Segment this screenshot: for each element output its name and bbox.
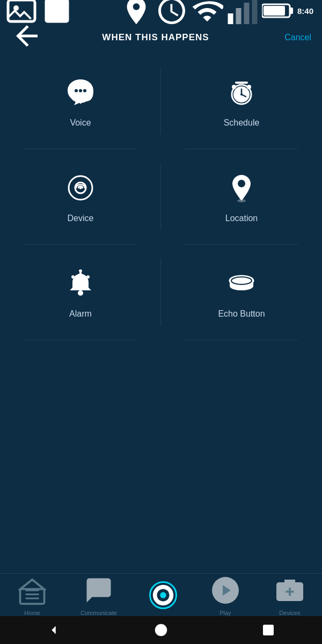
battery-icon: [262, 0, 294, 27]
device-icon: [63, 171, 98, 205]
svg-rect-36: [20, 589, 45, 604]
home-nav-icon: [16, 574, 48, 606]
wifi-icon: [191, 0, 223, 27]
svg-point-13: [83, 89, 86, 92]
voice-icon: [63, 75, 98, 109]
svg-rect-8: [290, 8, 293, 14]
home-circle-icon: [153, 614, 169, 644]
alarm-status-icon: [156, 0, 188, 27]
back-system-btn[interactable]: [46, 622, 62, 638]
svg-point-40: [160, 592, 166, 598]
grid-item-voice[interactable]: Voice: [0, 54, 161, 149]
svg-rect-3: [228, 13, 233, 24]
devices-nav-icon: [274, 574, 306, 606]
communicate-nav-icon: [83, 574, 115, 606]
svg-point-19: [240, 93, 243, 96]
play-nav-icon: [209, 574, 241, 606]
nav-item-play[interactable]: Play: [209, 574, 241, 616]
recents-square-icon: [260, 614, 276, 644]
schedule-icon: [224, 75, 259, 109]
alexa-button[interactable]: [149, 581, 177, 609]
grid-container: Voice Schedule: [0, 54, 322, 573]
svg-rect-6: [252, 0, 257, 24]
svg-point-26: [237, 199, 246, 202]
location-status-icon: [120, 0, 152, 27]
devices-nav-label: Devices: [279, 610, 300, 616]
recents-system-btn[interactable]: [260, 622, 276, 638]
svg-point-30: [86, 275, 90, 279]
svg-point-29: [71, 275, 75, 279]
nav-item-communicate[interactable]: Communicate: [80, 574, 117, 616]
svg-point-21: [247, 85, 251, 89]
svg-rect-2: [45, 0, 69, 23]
voice-label: Voice: [70, 118, 91, 128]
location-icon: [224, 171, 259, 205]
svg-point-27: [78, 290, 83, 296]
svg-rect-4: [236, 8, 241, 24]
svg-point-25: [238, 180, 245, 187]
grid-item-location[interactable]: Location: [161, 149, 322, 245]
echo-button-icon: [224, 266, 259, 301]
nav-item-home[interactable]: Home: [16, 574, 48, 616]
back-triangle-icon: [46, 614, 62, 644]
alarm-label: Alarm: [69, 309, 92, 319]
system-nav: [0, 616, 322, 644]
svg-point-12: [79, 89, 82, 92]
play-nav-label: Play: [219, 610, 231, 616]
location-label: Location: [225, 214, 258, 223]
nav-item-alexa[interactable]: [149, 581, 177, 609]
gallery-icon: [5, 0, 38, 27]
home-system-btn[interactable]: [153, 622, 169, 638]
page-title: WHEN THIS HAPPENS: [32, 32, 279, 43]
home-nav-label: Home: [24, 610, 40, 616]
grid-item-echo-button[interactable]: Echo Button: [161, 245, 322, 340]
signal-icon: [226, 0, 259, 27]
communicate-nav-label: Communicate: [80, 610, 117, 616]
square-icon: [41, 0, 73, 27]
status-time: 8:40: [297, 6, 313, 16]
alexa-icon: [151, 579, 175, 611]
grid-item-alarm[interactable]: Alarm: [0, 245, 161, 340]
svg-rect-5: [244, 3, 249, 24]
svg-rect-47: [263, 625, 274, 635]
bottom-nav: Home Communicate Play Devic: [0, 573, 322, 616]
svg-point-20: [232, 85, 236, 89]
svg-rect-14: [235, 82, 248, 84]
svg-point-46: [155, 624, 167, 636]
grid-item-schedule[interactable]: Schedule: [161, 54, 322, 149]
grid-item-device[interactable]: Device: [0, 149, 161, 245]
nav-item-devices[interactable]: Devices: [274, 574, 306, 616]
status-bar: 8:40: [0, 0, 322, 21]
status-icons: 8:40: [120, 0, 313, 27]
cancel-button[interactable]: Cancel: [279, 33, 311, 42]
svg-rect-9: [264, 6, 285, 16]
svg-point-24: [79, 187, 82, 189]
device-label: Device: [68, 214, 94, 223]
echo-button-label: Echo Button: [218, 309, 265, 319]
svg-point-11: [75, 89, 78, 92]
svg-rect-28: [79, 269, 82, 272]
schedule-label: Schedule: [224, 118, 260, 128]
alarm-icon: [63, 266, 98, 301]
